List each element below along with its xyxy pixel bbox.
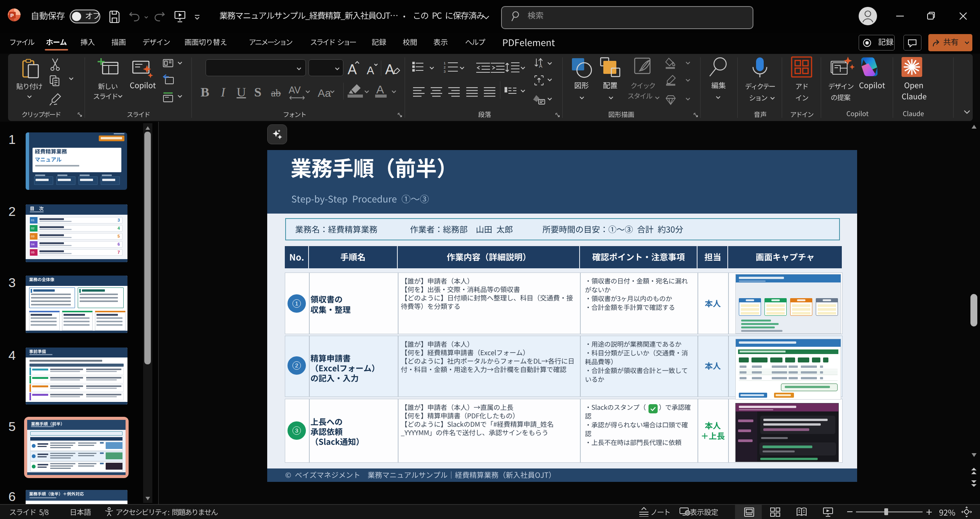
svg-text:A: A bbox=[367, 64, 374, 76]
svg-text:AV: AV bbox=[289, 85, 301, 95]
svg-text:A: A bbox=[539, 63, 542, 69]
svg-text:3: 3 bbox=[444, 70, 446, 73]
svg-text:P: P bbox=[10, 13, 14, 18]
svg-text:A: A bbox=[348, 62, 357, 76]
svg-text:1: 1 bbox=[444, 61, 446, 65]
svg-text:2: 2 bbox=[444, 65, 446, 69]
svg-text:A: A bbox=[385, 62, 394, 76]
svg-text:A: A bbox=[376, 83, 384, 96]
